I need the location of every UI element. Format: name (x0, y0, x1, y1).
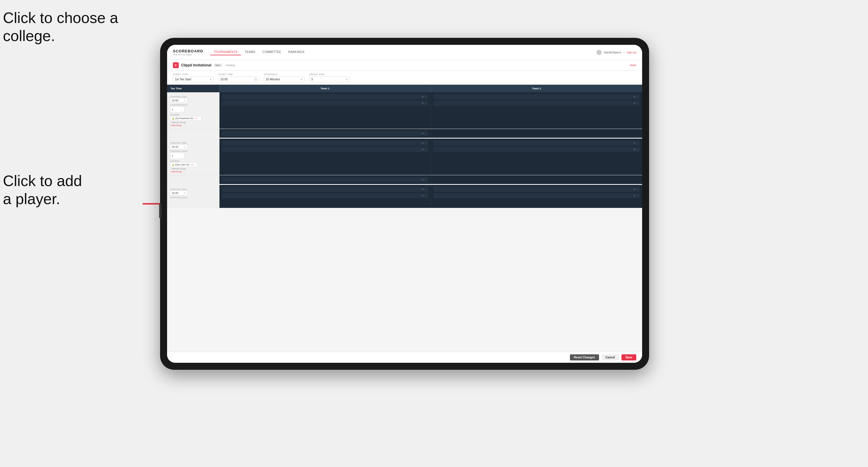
player-x-icon[interactable]: ✕ (633, 188, 636, 191)
nav-tournaments[interactable]: TOURNAMENTS (210, 49, 241, 55)
nav-links: TOURNAMENTS TEAMS COMMITTEE RANKINGS (210, 49, 597, 55)
col-team1: Team 1 (219, 85, 431, 92)
add-icon-2: + (170, 170, 171, 173)
groups-scroll[interactable]: STARTING TIME: 10:00 ⊙ STARTING HOLE: 1 (167, 92, 642, 352)
player-2-t2-1[interactable]: ✕ ⌄ (433, 140, 640, 146)
player-x-icon[interactable]: ✕ (422, 132, 424, 135)
player-row-1-t2-1[interactable]: ✕ ⌄ (433, 94, 640, 99)
player-row-1-t2-2[interactable]: ✕ ⌄ (433, 100, 640, 106)
starting-time-input-3[interactable]: 10:20 ⊙ (170, 191, 187, 195)
starting-time-label-2: STARTING TIME: (170, 142, 216, 144)
player-3-t2-2[interactable]: ✕ ⌄ (433, 193, 640, 198)
group-size-label: Group Size (309, 73, 350, 76)
player-chevron-icon: ⌄ (425, 194, 427, 197)
team1-extra-2: ✕ ⌄ (219, 175, 431, 184)
course-remove-2[interactable]: ✕ (191, 164, 193, 166)
starting-hole-input-1[interactable]: 1 ⌃⌄ (170, 106, 185, 113)
player-x-icon[interactable]: ✕ (422, 148, 424, 151)
back-button[interactable]: ‹ Back (629, 64, 636, 67)
footer: Reset Changes Cancel Save (167, 352, 642, 363)
group-row-3: STARTING TIME: 10:20 ⊙ STARTING HOLE: ✕ (167, 185, 642, 208)
col-tee-time: Tee Time (167, 85, 219, 92)
starting-hole-label-3: STARTING HOLE: (170, 196, 216, 198)
player-x-icon[interactable]: ✕ (633, 194, 636, 197)
starting-time-row-3: 10:20 ⊙ (170, 191, 216, 195)
sign-out-link[interactable]: Sign out (627, 51, 636, 54)
player-2-t2-2[interactable]: ✕ ⌄ (433, 147, 640, 152)
player-remove-icon[interactable]: ✕ (422, 102, 424, 104)
start-type-control: Start Type 1st Tee Start ▼ (173, 73, 214, 82)
intervals-select[interactable]: 10 Minutes ▼ (264, 76, 305, 82)
controls-row: Start Type 1st Tee Start ▼ Start Time 10… (167, 71, 642, 85)
group-left-3: STARTING TIME: 10:20 ⊙ STARTING HOLE: (167, 185, 219, 208)
player-x-icon[interactable]: ✕ (633, 148, 636, 151)
course-tag-1[interactable]: ⛳ (A) Peachtree GC ✕ ⌄ (170, 116, 202, 121)
player-2-t1-1[interactable]: ✕ ⌄ (222, 140, 428, 146)
player-remove-icon[interactable]: ✕ (422, 95, 424, 98)
tournament-badge: Men (214, 63, 222, 67)
player-x-icon[interactable]: ✕ (422, 188, 424, 191)
nav-committee[interactable]: COMMITTEE (259, 49, 285, 55)
add-group-2[interactable]: + Add Group (170, 170, 216, 173)
cancel-button[interactable]: Cancel (601, 354, 619, 361)
starting-time-row-2: 10:10 ⊙ (170, 145, 216, 149)
player-row-1-t1-1[interactable]: ✕ ⌄ (222, 94, 428, 99)
group-row-2: STARTING TIME: 10:10 ⊙ STARTING HOLE: 1 (167, 138, 642, 175)
add-group-icon-1: + (170, 124, 171, 126)
course-remove-1[interactable]: ✕ (195, 117, 197, 120)
player-2-t1-2[interactable]: ✕ ⌄ (222, 147, 428, 152)
player-extra-2-t1[interactable]: ✕ ⌄ (222, 177, 428, 182)
starting-time-input-2[interactable]: 10:10 ⊙ (170, 145, 187, 149)
remove-group-2[interactable]: ○ Remove Group (170, 168, 216, 170)
start-type-chevron: ▼ (210, 78, 212, 80)
tablet-frame: SCOREBOARD Powered by clippd TOURNAMENTS… (160, 38, 649, 370)
course-row-1: ⛳ (A) Peachtree GC ✕ ⌄ (170, 116, 216, 121)
course-extra-row-1: ✕ ⌄ (167, 129, 642, 138)
player-chevron-icon: ⌄ (636, 142, 638, 144)
table-header: Tee Time Team 1 Team 2 (167, 85, 642, 92)
player-extra-t1-1[interactable]: ✕ ⌄ (222, 131, 428, 136)
nav-teams[interactable]: TEAMS (241, 49, 259, 55)
team2-players-1: ✕ ⌄ ✕ ⌄ (431, 92, 642, 129)
tablet-power-button[interactable] (159, 204, 161, 218)
hole-chevron-2: ⌃⌄ (181, 153, 183, 158)
save-button[interactable]: Save (621, 354, 636, 361)
starting-hole-row-2: 1 ⌃⌄ (170, 153, 216, 159)
player-row-1-t1-2[interactable]: ✕ ⌄ (222, 100, 428, 106)
course-tag-2[interactable]: ⛳ East Lake GC ✕ ⌄ (170, 162, 197, 167)
col-team2: Team 2 (431, 85, 642, 92)
course-label-2: COURSE: (170, 160, 216, 162)
starting-hole-row-1: 1 ⌃⌄ (170, 106, 216, 113)
logo-title: SCOREBOARD (173, 49, 203, 53)
starting-hole-input-2[interactable]: 1 ⌃⌄ (170, 153, 185, 159)
player-x-icon[interactable]: ✕ (422, 179, 424, 181)
course-extra-row-2: ✕ ⌄ (167, 175, 642, 184)
player-remove-icon[interactable]: ✕ (633, 95, 636, 98)
course-row-2: ⛳ East Lake GC ✕ ⌄ (170, 162, 216, 167)
remove-group-1[interactable]: ○ Remove Group (170, 121, 216, 123)
start-time-label: Start Time (218, 73, 259, 76)
hosting-label: Hosting (226, 64, 235, 67)
course-name-2: East Lake GC (175, 163, 190, 166)
player-x-icon[interactable]: ✕ (422, 142, 424, 145)
player-3-t1-1[interactable]: ✕ ⌄ (222, 187, 428, 192)
time-clock-icon-1: ⊙ (184, 99, 186, 102)
nav-rankings[interactable]: RANKINGS (285, 49, 308, 55)
start-time-input[interactable]: 10:00 🕐 (218, 76, 259, 82)
player-x-icon[interactable]: ✕ (422, 194, 424, 197)
course-chevron-2: ⌄ (194, 164, 196, 166)
player-remove-icon[interactable]: ✕ (633, 102, 636, 104)
content-area: Tee Time Team 1 Team 2 STARTING TIME: 10… (167, 85, 642, 363)
start-type-label: Start Type (173, 73, 214, 76)
player-3-t1-2[interactable]: ✕ ⌄ (222, 193, 428, 198)
add-group-1[interactable]: + Add Group (170, 124, 216, 126)
start-type-select[interactable]: 1st Tee Start ▼ (173, 76, 214, 82)
player-x-icon[interactable]: ✕ (633, 142, 636, 145)
reset-button[interactable]: Reset Changes (570, 354, 599, 361)
starting-time-input-1[interactable]: 10:00 ⊙ (170, 98, 187, 103)
group-size-select[interactable]: 3 ▼ (309, 76, 350, 82)
player-chevron-icon: ⌄ (636, 148, 638, 151)
time-clock-icon-2: ⊙ (184, 146, 186, 148)
player-chevron-icon: ⌄ (636, 95, 638, 98)
player-3-t2-1[interactable]: ✕ ⌄ (433, 187, 640, 192)
